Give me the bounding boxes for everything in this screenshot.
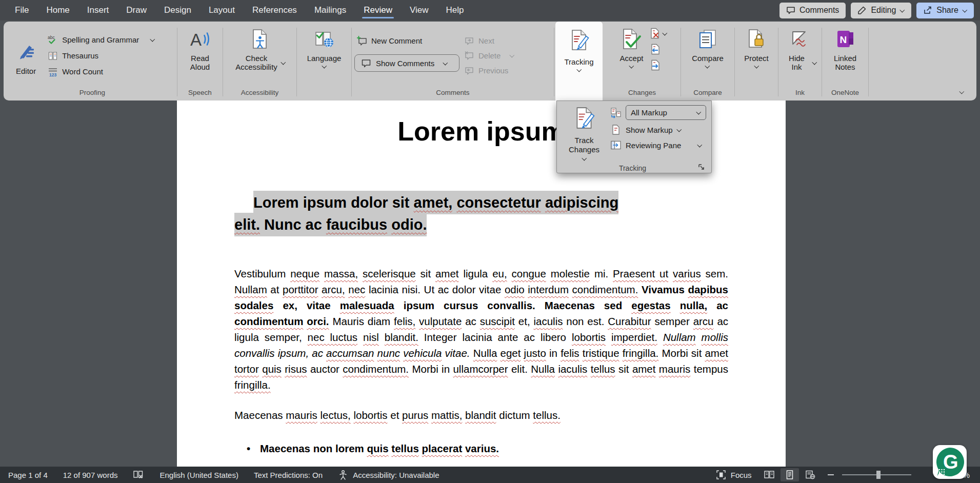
group-label-changes: Changes	[605, 88, 679, 99]
chevron-down-icon	[705, 64, 710, 69]
chevron-down-icon	[812, 61, 817, 65]
chevron-down-icon	[677, 128, 682, 132]
menu-tab-mailings[interactable]: Mailings	[306, 1, 355, 20]
menu-tab-file[interactable]: File	[6, 1, 37, 20]
grammarly-widget[interactable]: G	[933, 445, 967, 479]
read-mode-button[interactable]	[760, 468, 778, 481]
group-proofing: Editor abc Spelling and Grammar Thesauru…	[8, 22, 177, 100]
previous-change-icon	[649, 44, 661, 55]
chevron-down-icon	[281, 61, 286, 65]
check-accessibility-icon	[250, 27, 270, 51]
print-layout-button[interactable]	[781, 468, 799, 481]
language-indicator[interactable]: English (United States)	[159, 471, 238, 479]
spelling-grammar-button[interactable]: abc Spelling and Grammar	[45, 33, 157, 47]
bullet-text: Maecenas non lorem quis tellus placerat …	[260, 440, 499, 456]
focus-button[interactable]: Focus	[716, 470, 752, 480]
group-label-accessibility: Accessibility	[224, 88, 295, 99]
show-markup-button[interactable]: Show Markup	[610, 124, 707, 135]
previous-change-button[interactable]	[649, 44, 667, 55]
tracking-dialog-launcher-icon[interactable]	[697, 163, 705, 171]
previous-comment-button[interactable]: Previous	[462, 64, 556, 77]
delete-comment-button[interactable]: Delete	[462, 49, 556, 63]
share-button-label: Share	[936, 6, 958, 15]
check-accessibility-button[interactable]: Check Accessibility	[231, 24, 289, 88]
group-speech: A Read Aloud Speech	[177, 22, 223, 100]
compare-button[interactable]: Compare	[689, 24, 727, 88]
menu-tab-help[interactable]: Help	[437, 1, 473, 20]
share-button[interactable]: Share	[916, 3, 974, 18]
document-paragraph-2[interactable]: Maecenas mauris lectus, lobortis et puru…	[234, 407, 728, 423]
hide-ink-icon	[790, 27, 810, 51]
word-count-button[interactable]: 123 Word Count	[45, 65, 157, 78]
share-icon	[923, 6, 932, 15]
check-accessibility-label: Check Accessibility	[234, 54, 279, 71]
tracking-dropdown-panel: Track Changes All Markup Sh	[556, 100, 712, 173]
menu-tab-home[interactable]: Home	[37, 1, 78, 20]
zoom-out-button[interactable]	[828, 474, 834, 475]
comments-button[interactable]: Comments	[779, 3, 846, 18]
language-label: Language	[307, 54, 342, 63]
chevron-down-icon	[697, 143, 702, 148]
linked-notes-button[interactable]: N Linked Notes	[829, 24, 862, 88]
menu-tab-view[interactable]: View	[401, 1, 437, 20]
pencil-icon	[857, 6, 867, 15]
read-aloud-button[interactable]: A Read Aloud	[184, 24, 216, 88]
group-label-compare: Compare	[682, 88, 733, 99]
menu-tab-layout[interactable]: Layout	[200, 1, 244, 20]
track-changes-button[interactable]: Track Changes	[558, 105, 610, 161]
hide-ink-button[interactable]: Hide Ink	[781, 24, 820, 88]
chevron-down-icon	[150, 37, 155, 42]
menu-tab-draw[interactable]: Draw	[117, 1, 155, 20]
previous-comment-label: Previous	[478, 66, 508, 75]
language-icon	[313, 27, 335, 51]
word-count-indicator[interactable]: 12 of 907 words	[63, 471, 118, 479]
editor-button[interactable]: Editor	[13, 24, 39, 88]
compare-icon	[697, 27, 718, 51]
show-comments-button[interactable]: Show Comments	[354, 54, 459, 72]
proofing-errors-icon[interactable]	[133, 470, 144, 480]
document-paragraph-1[interactable]: Vestibulum neque massa, scelerisque sit …	[234, 266, 728, 393]
spelling-abc-check-icon: abc	[48, 35, 58, 45]
menu-tab-references[interactable]: References	[244, 1, 306, 20]
page-indicator[interactable]: Page 1 of 4	[8, 471, 48, 479]
web-layout-button[interactable]	[801, 468, 819, 481]
reviewing-pane-label: Reviewing Pane	[626, 141, 681, 150]
reject-button[interactable]	[649, 28, 667, 39]
tracking-menu-button[interactable]: Tracking	[555, 22, 603, 100]
menu-tab-review[interactable]: Review	[355, 1, 401, 20]
show-comments-icon	[361, 58, 371, 68]
new-comment-button[interactable]: New Comment	[354, 34, 459, 48]
display-for-review-value: All Markup	[631, 108, 667, 117]
group-label-comments: Comments	[353, 88, 553, 99]
chevron-down-icon	[900, 8, 905, 13]
previous-comment-icon	[464, 66, 474, 76]
linked-notes-label: Linked Notes	[832, 54, 858, 71]
menu-tab-design[interactable]: Design	[155, 1, 200, 20]
accept-button[interactable]: Accept	[617, 24, 647, 88]
zoom-slider-thumb[interactable]	[876, 471, 881, 479]
thesaurus-button[interactable]: Thesaurus	[45, 49, 157, 63]
show-markup-label: Show Markup	[626, 126, 673, 134]
group-tracking: Tracking	[554, 22, 604, 100]
display-for-review-select[interactable]: All Markup	[626, 105, 706, 120]
accessibility-status[interactable]: Accessibility: Unavailable	[338, 470, 439, 480]
protect-button[interactable]: Protect	[741, 24, 772, 95]
delete-comment-icon	[464, 51, 474, 61]
collapse-ribbon-chevron-icon[interactable]	[959, 90, 964, 94]
document-bullet-item[interactable]: • Maecenas non lorem quis tellus placera…	[234, 440, 728, 456]
document-heading-selected[interactable]: Lorem ipsum dolor sit amet, consectetur …	[234, 192, 728, 236]
onenote-icon: N	[835, 27, 855, 51]
chevron-down-icon	[443, 61, 448, 66]
show-comments-label: Show Comments	[376, 59, 434, 68]
editing-mode-button[interactable]: Editing	[851, 3, 911, 18]
chevron-down-icon	[696, 110, 701, 115]
menu-tab-insert[interactable]: Insert	[78, 1, 118, 20]
next-change-button[interactable]	[649, 59, 667, 71]
zoom-slider[interactable]	[842, 474, 911, 475]
text-predictions-indicator[interactable]: Text Predictions: On	[254, 471, 323, 479]
reviewing-pane-button[interactable]: Reviewing Pane	[610, 139, 707, 151]
svg-text:A: A	[190, 30, 202, 49]
track-changes-icon	[572, 106, 596, 133]
next-comment-button[interactable]: Next	[462, 34, 556, 48]
language-button[interactable]: Language	[304, 24, 345, 95]
